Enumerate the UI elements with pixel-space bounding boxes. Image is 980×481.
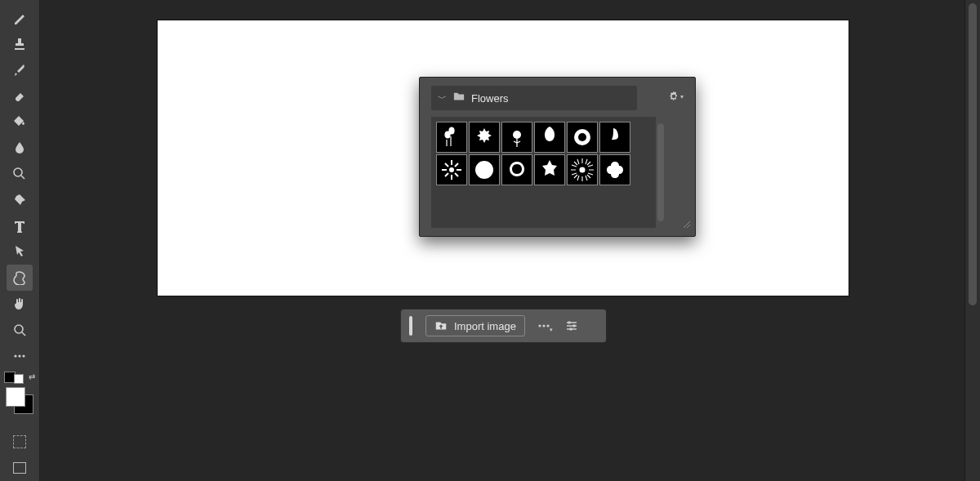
color-swatches[interactable] [6, 387, 33, 415]
adjustments-button[interactable] [564, 318, 579, 333]
brush-tool[interactable] [7, 57, 33, 83]
flower-sprig-icon [472, 125, 497, 149]
pencil-tool[interactable] [7, 5, 33, 31]
pen-icon [12, 193, 27, 207]
brush-icon [12, 63, 27, 78]
shapes-panel: ﹀ Flowers ▾ [419, 77, 696, 237]
mini-background-swatch [14, 374, 24, 384]
flower-daisy-icon [570, 158, 595, 182]
hand-icon [12, 296, 27, 311]
flower-camellia-icon [537, 158, 562, 182]
flower-lotus-icon [472, 158, 497, 182]
quick-mask-tool[interactable] [7, 429, 33, 455]
search-icon [12, 323, 27, 337]
flower-cluster-icon [505, 125, 529, 149]
flower-tulip-icon [603, 125, 627, 149]
flower-rose-icon [505, 158, 529, 182]
shape-flower-lotus[interactable] [469, 154, 500, 185]
eraser-tool[interactable] [7, 82, 33, 109]
text-tool[interactable] [7, 213, 33, 239]
lollipop-icon [12, 167, 27, 181]
bucket-icon [12, 114, 27, 129]
shapes-folder-header[interactable]: ﹀ Flowers [431, 86, 637, 110]
stamp-tool[interactable] [7, 31, 33, 57]
shape-flower-succulent[interactable] [599, 154, 630, 185]
shape-flower-lily[interactable] [534, 122, 565, 153]
swap-colors-icon[interactable]: ⇄ [29, 372, 35, 381]
default-swatch-mini[interactable]: ⇄ [4, 371, 35, 384]
flower-succulent-icon [603, 158, 627, 182]
gear-caret-icon: ▾ [680, 93, 684, 100]
dodge-tool[interactable] [7, 161, 33, 187]
flower-lily-icon [537, 125, 562, 149]
import-image-label: Import image [454, 320, 516, 332]
vertical-scrollbar[interactable] [964, 0, 980, 481]
pointer-icon [12, 244, 27, 259]
screen-mode-icon [13, 462, 26, 474]
shape-flower-rose[interactable] [501, 154, 532, 185]
shape-flower-sprig[interactable] [469, 122, 500, 153]
import-image-button[interactable]: Import image [425, 315, 525, 336]
drag-grip[interactable] [409, 316, 412, 336]
gear-icon [668, 91, 679, 102]
zoom-tool[interactable] [7, 317, 33, 343]
bucket-tool[interactable] [7, 109, 33, 135]
shape-flower-bouquet[interactable] [436, 122, 467, 153]
shapes-grid [436, 122, 651, 185]
eraser-icon [12, 88, 27, 103]
shapes-folder-label: Flowers [471, 92, 509, 105]
shape-flower-blossom[interactable] [567, 122, 598, 153]
more-tool[interactable] [7, 343, 33, 369]
more-options-button[interactable]: ▾ [537, 318, 553, 333]
blob-icon [12, 270, 27, 285]
quick-mask-icon [13, 435, 26, 448]
shapes-grid-container [431, 117, 656, 228]
flower-blossom-icon [570, 125, 595, 149]
pen-tool[interactable] [7, 187, 33, 213]
context-toolbar: Import image ▾ [400, 309, 607, 343]
shape-tool[interactable] [7, 265, 33, 291]
shape-flower-camellia[interactable] [534, 154, 565, 185]
pointer-tool[interactable] [7, 238, 33, 265]
shape-flower-cluster[interactable] [501, 122, 532, 153]
pencil-icon [12, 11, 27, 25]
foreground-swatch[interactable] [6, 387, 25, 407]
text-icon [12, 219, 27, 234]
folder-icon [453, 91, 465, 105]
panel-resize-handle[interactable] [682, 218, 692, 233]
blur-tool[interactable] [7, 135, 33, 161]
flower-bouquet-icon [439, 125, 464, 149]
screen-mode-tool[interactable] [7, 455, 33, 481]
panel-options-button[interactable]: ▾ [668, 91, 684, 102]
resize-icon [682, 220, 692, 229]
shape-flower-stems[interactable] [436, 154, 467, 185]
shape-flower-daisy[interactable] [567, 154, 598, 185]
import-image-icon [434, 319, 448, 332]
drop-icon [12, 140, 27, 155]
chevron-down-icon: ﹀ [438, 92, 447, 105]
shape-flower-tulip[interactable] [599, 122, 630, 153]
dots-icon [12, 349, 27, 363]
stamp-icon [12, 37, 27, 51]
left-toolbar: ⇄ [0, 0, 40, 481]
hand-tool[interactable] [7, 291, 33, 317]
sliders-icon [564, 318, 579, 333]
flower-stems-icon [439, 158, 464, 182]
panel-scrollbar[interactable] [657, 123, 666, 221]
more-caret-icon: ▾ [550, 327, 553, 333]
